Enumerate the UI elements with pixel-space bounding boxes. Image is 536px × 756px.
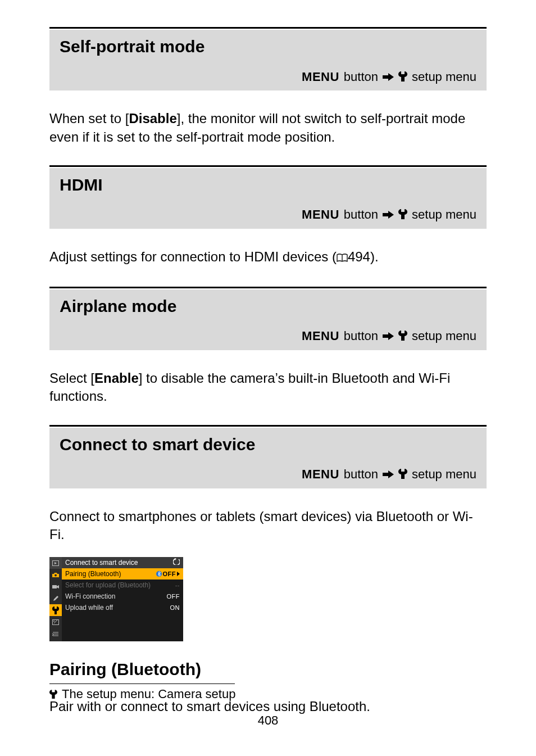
- video-tab-icon: [49, 581, 62, 592]
- wrench-icon: [49, 686, 57, 703]
- camera-menu-screenshot: Connect to smart device Pairing (Bluetoo…: [49, 557, 183, 641]
- section-rule: [49, 287, 487, 288]
- svg-rect-2: [52, 585, 57, 588]
- button-word: button: [344, 69, 378, 85]
- menu-row-selected: Pairing (Bluetooth) OFF: [62, 568, 183, 580]
- menu-row-value: ON: [170, 604, 180, 612]
- setup-menu-label: setup menu: [412, 206, 476, 223]
- nav-path: MENU button setup menu: [49, 65, 487, 91]
- chevron-right-icon: [177, 572, 180, 576]
- arrow-right-icon: [383, 206, 394, 223]
- menu-row-label: Upload while off: [65, 603, 113, 612]
- pencil-tab-icon: [49, 592, 62, 604]
- menu-word: MENU: [302, 466, 339, 483]
- setup-tab-icon: [49, 604, 62, 616]
- section-title: HDMI: [49, 168, 487, 203]
- nav-path: MENU button setup menu: [49, 324, 487, 350]
- wrench-icon: [398, 467, 407, 483]
- mymenu-tab-icon: [49, 628, 62, 640]
- menu-word: MENU: [302, 206, 339, 223]
- wrench-icon: [398, 207, 407, 224]
- footer-text: The setup menu: Camera setup: [62, 686, 235, 703]
- book-icon: [337, 249, 348, 267]
- playback-tab-icon: [49, 557, 62, 569]
- menu-empty-area: [62, 613, 183, 641]
- bluetooth-off-icon: [156, 571, 162, 577]
- section-connect: Connect to smart device MENU button setu…: [49, 425, 487, 716]
- arrow-right-icon: [383, 328, 394, 345]
- button-word: button: [344, 466, 378, 483]
- menu-row: Upload while off ON: [62, 602, 183, 613]
- page-footer: The setup menu: Camera setup 408: [49, 686, 487, 729]
- section-body: Connect to smartphones or tablets (smart…: [49, 502, 487, 544]
- section-title: Self-portrait mode: [49, 30, 487, 65]
- menu-row-label: Wi-Fi connection: [65, 592, 115, 601]
- setup-menu-label: setup menu: [412, 69, 476, 85]
- menu-word: MENU: [302, 328, 339, 345]
- menu-row-label: Select for upload (Bluetooth): [65, 581, 151, 590]
- section-title: Connect to smart device: [49, 428, 487, 463]
- section-title: Airplane mode: [49, 289, 487, 325]
- menu-header-label: Connect to smart device: [65, 558, 138, 567]
- svg-rect-3: [53, 619, 59, 624]
- section-rule: [49, 425, 487, 427]
- section-hdmi: HDMI MENU button setup menu Adjust setti…: [49, 165, 487, 268]
- section-body: Adjust settings for connection to HDMI d…: [49, 242, 487, 267]
- wrench-icon: [398, 69, 407, 86]
- menu-header: Connect to smart device: [62, 557, 183, 568]
- subsection-rule: [49, 683, 235, 684]
- setup-menu-label: setup menu: [412, 328, 476, 345]
- section-rule: [49, 165, 487, 167]
- svg-point-1: [54, 574, 57, 576]
- section-body: When set to [Disable], the monitor will …: [49, 104, 487, 146]
- section-self-portrait: Self-portrait mode MENU button setup men…: [49, 27, 487, 146]
- menu-row-value: --: [175, 581, 180, 590]
- back-icon: [173, 558, 180, 567]
- nav-path: MENU button setup menu: [49, 203, 487, 229]
- button-word: button: [344, 206, 378, 223]
- menu-row-label: Pairing (Bluetooth): [65, 569, 121, 578]
- menu-row-value: OFF: [167, 592, 180, 601]
- button-word: button: [344, 328, 378, 345]
- nav-path: MENU button setup menu: [49, 463, 487, 488]
- arrow-right-icon: [383, 466, 394, 483]
- menu-word: MENU: [302, 69, 339, 85]
- arrow-right-icon: [383, 69, 394, 85]
- wrench-icon: [398, 328, 407, 345]
- section-airplane: Airplane mode MENU button setup menu Sel…: [49, 287, 487, 406]
- menu-row-disabled: Select for upload (Bluetooth) --: [62, 580, 183, 591]
- setup-menu-label: setup menu: [412, 466, 476, 483]
- menu-row: Wi-Fi connection OFF: [62, 591, 183, 602]
- menu-tab-strip: [49, 557, 62, 641]
- section-body: Select [Enable] to disable the camera’s …: [49, 364, 487, 406]
- page-number: 408: [49, 712, 487, 729]
- camera-tab-icon: [49, 569, 62, 581]
- section-rule: [49, 27, 487, 29]
- retouch-tab-icon: [49, 616, 62, 628]
- subsection-title: Pairing (Bluetooth): [49, 658, 487, 681]
- menu-content: Connect to smart device Pairing (Bluetoo…: [62, 557, 183, 641]
- menu-row-value: OFF: [156, 570, 180, 578]
